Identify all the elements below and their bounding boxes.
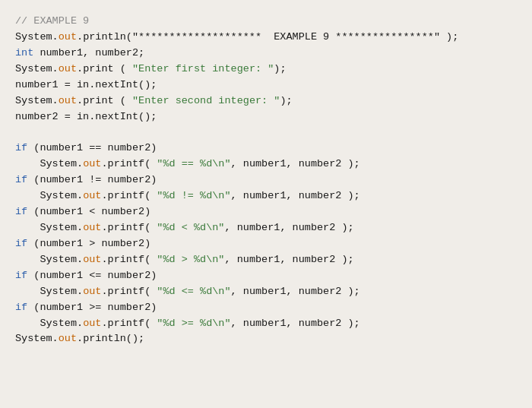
code-line-10: System.out.printf( "%d == %d\n", number1… xyxy=(15,157,517,172)
code-line-12: System.out.printf( "%d != %d\n", number1… xyxy=(15,188,517,204)
code-line-19: if (number1 >= number2) xyxy=(15,300,517,316)
code-line-6: System.out.print ( "Enter second integer… xyxy=(15,93,517,109)
code-line-18: System.out.printf( "%d <= %d\n", number1… xyxy=(15,284,517,300)
code-line-17: if (number1 <= number2) xyxy=(15,268,517,284)
code-line-20: System.out.printf( "%d >= %d\n", number1… xyxy=(15,316,517,332)
code-line-9: if (number1 == number2) xyxy=(15,141,517,157)
code-line-21: System.out.println(); xyxy=(15,331,517,347)
code-line-3: int number1, number2; xyxy=(15,46,517,62)
code-line-13: if (number1 < number2) xyxy=(15,204,517,220)
code-line-16: System.out.printf( "%d > %d\n", number1,… xyxy=(15,252,517,268)
code-line-4: System.out.print ( "Enter first integer:… xyxy=(15,62,517,77)
code-container: // EXAMPLE 9 System.out.println("*******… xyxy=(0,0,532,408)
code-line-14: System.out.printf( "%d < %d\n", number1,… xyxy=(15,220,517,236)
code-line-15: if (number1 > number2) xyxy=(15,236,517,252)
code-line-7: number2 = in.nextInt(); xyxy=(15,109,517,125)
code-line-11: if (number1 != number2) xyxy=(15,172,517,188)
code-line-1: // EXAMPLE 9 xyxy=(15,14,517,30)
code-line-5: number1 = in.nextInt(); xyxy=(15,77,517,93)
code-line-8 xyxy=(15,125,517,141)
code-line-2: System.out.println("********************… xyxy=(15,30,517,46)
